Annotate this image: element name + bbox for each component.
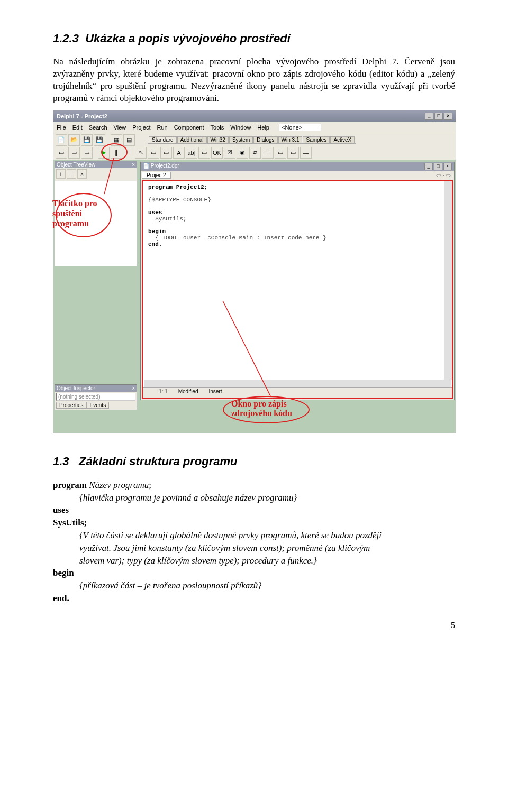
nav-back-icon[interactable]: ⇦ xyxy=(436,172,441,179)
menu-search[interactable]: Search xyxy=(89,124,107,131)
toolbars: 📄 📂 💾 💾 ▦ ▤ Standard Additional Win32 Sy… xyxy=(53,133,456,160)
palette-tab[interactable]: Additional xyxy=(177,136,207,143)
component-palette-tabs: Standard Additional Win32 System Dialogs… xyxy=(148,136,356,144)
palette-tab[interactable]: Samples xyxy=(303,136,330,143)
run-button[interactable]: ▶ xyxy=(98,147,110,159)
menu-tools[interactable]: Tools xyxy=(211,124,224,131)
palette-tab[interactable]: Win32 xyxy=(207,136,229,143)
component-icon[interactable]: A xyxy=(173,147,185,159)
editor-file-tab[interactable]: Project2 xyxy=(142,172,171,179)
palette-tab[interactable]: Standard xyxy=(149,136,177,143)
component-icon[interactable]: ▭ xyxy=(287,147,299,159)
menu-edit[interactable]: Edit xyxy=(72,124,83,131)
palette-tab[interactable]: Dialogs xyxy=(253,136,277,143)
object-inspector-title: Object Inspector xyxy=(57,385,95,391)
editor-statusbar: 1: 1 Modified Insert xyxy=(143,387,452,398)
intro-paragraph: Na následujícím obrázku je zobrazena pra… xyxy=(53,56,455,105)
none-combo[interactable]: <None> xyxy=(279,124,321,131)
new-icon[interactable]: 📄 xyxy=(56,134,67,146)
ide-title: Delphi 7 - Project2 xyxy=(57,113,107,119)
page-number: 5 xyxy=(53,621,455,630)
component-icon[interactable]: ☒ xyxy=(224,147,235,159)
insert-mode: Insert xyxy=(209,389,222,397)
component-icon[interactable]: ≡ xyxy=(262,147,274,159)
tool-icon[interactable]: ▭ xyxy=(81,147,93,159)
pointer-icon[interactable]: ↖ xyxy=(135,147,147,159)
save-icon[interactable]: 💾 xyxy=(81,134,93,146)
maximize-icon[interactable]: □ xyxy=(434,163,442,170)
ide-screenshot: Delphi 7 - Project2 _ □ × File Edit Sear… xyxy=(53,110,456,433)
palette-tab[interactable]: ActiveX xyxy=(330,136,355,143)
section-1-2-3-title: 1.2.3 Ukázka a popis vývojového prostřed… xyxy=(53,32,455,45)
vertical-scrollbar[interactable] xyxy=(444,181,452,380)
tool-icon[interactable]: ▭ xyxy=(56,147,67,159)
component-icon[interactable]: ⧉ xyxy=(249,147,261,159)
object-inspector-panel: Object Inspector × (nothing selected) Pr… xyxy=(55,384,137,410)
tree-tool-icon[interactable]: − xyxy=(67,169,76,179)
palette-tab[interactable]: Win 3.1 xyxy=(278,136,303,143)
component-icon[interactable]: ▭ xyxy=(160,147,172,159)
modified-flag: Modified xyxy=(178,389,198,397)
tree-tool-icon[interactable]: + xyxy=(56,169,66,179)
code-editor-window: 📄 Project2.dpr _ □ × Project2 ⇦ xyxy=(140,162,455,400)
component-icon[interactable]: ab| xyxy=(186,147,197,159)
component-icon[interactable]: — xyxy=(300,147,312,159)
close-icon[interactable]: × xyxy=(443,163,452,170)
nav-fwd-icon[interactable]: · ⇨ xyxy=(443,172,451,179)
close-icon[interactable]: × xyxy=(444,113,452,120)
object-selector[interactable]: (nothing selected) xyxy=(56,393,135,401)
program-skeleton: program Název programu; {hlavička progra… xyxy=(53,479,455,605)
menu-window[interactable]: Window xyxy=(230,124,251,131)
palette-tab[interactable]: System xyxy=(229,136,253,143)
panel-close-icon[interactable]: × xyxy=(132,162,135,168)
panel-close-icon[interactable]: × xyxy=(132,385,135,391)
component-icon[interactable]: OK xyxy=(211,147,223,159)
component-icon[interactable]: ▭ xyxy=(198,147,210,159)
menubar: File Edit Search View Project Run Compon… xyxy=(53,122,456,133)
section-1-3-title: 1.3 Základní struktura programu xyxy=(53,455,455,468)
minimize-icon[interactable]: _ xyxy=(424,163,433,170)
component-icon[interactable]: ▭ xyxy=(275,147,286,159)
view-form-icon[interactable]: ▦ xyxy=(111,134,122,146)
code-editor[interactable]: program Project2; {$APPTYPE CONSOLE} use… xyxy=(143,181,452,380)
tree-tool-icon[interactable]: × xyxy=(77,169,87,179)
menu-file[interactable]: File xyxy=(57,124,66,131)
maximize-icon[interactable]: □ xyxy=(434,113,443,120)
cursor-position: 1: 1 xyxy=(159,389,168,397)
horizontal-scrollbar[interactable] xyxy=(144,380,451,387)
saveall-icon[interactable]: 💾 xyxy=(94,134,105,146)
component-icon[interactable]: ◉ xyxy=(237,147,248,159)
component-icon[interactable]: ▭ xyxy=(148,147,159,159)
menu-run[interactable]: Run xyxy=(157,124,167,131)
callout-run-label: Tlačítko pro spuštění programu xyxy=(52,198,97,229)
menu-view[interactable]: View xyxy=(114,124,126,131)
ide-titlebar: Delphi 7 - Project2 _ □ × xyxy=(53,110,456,122)
minimize-icon[interactable]: _ xyxy=(425,113,433,120)
tool-icon[interactable]: ▭ xyxy=(68,147,80,159)
menu-help[interactable]: Help xyxy=(257,124,269,131)
open-icon[interactable]: 📂 xyxy=(68,134,80,146)
view-unit-icon[interactable]: ▤ xyxy=(123,134,135,146)
pause-icon[interactable]: ‖ xyxy=(111,147,122,159)
inspector-tab-events[interactable]: Events xyxy=(87,402,110,409)
object-treeview-title: Object TreeView xyxy=(57,162,95,168)
editor-window-title: 📄 Project2.dpr xyxy=(143,163,179,170)
menu-component[interactable]: Component xyxy=(174,124,204,131)
inspector-tab-properties[interactable]: Properties xyxy=(56,402,87,409)
menu-project[interactable]: Project xyxy=(132,124,150,131)
editor-highlight-frame: program Project2; {$APPTYPE CONSOLE} use… xyxy=(142,180,453,399)
callout-editor-label: Okno pro zápis zdrojového kódu xyxy=(231,399,292,419)
